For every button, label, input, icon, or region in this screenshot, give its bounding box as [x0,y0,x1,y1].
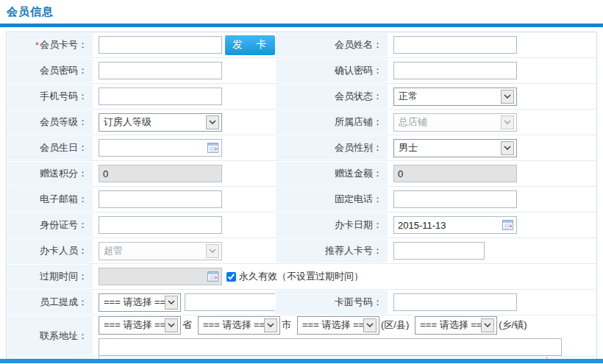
district-select[interactable]: === 请选择 === [297,316,379,335]
address-label: 联系地址： [7,315,93,356]
permanent-valid-checkbox[interactable] [226,272,236,282]
title-underline-bar [0,24,603,27]
chevron-down-icon [501,115,514,129]
email-input[interactable] [99,190,222,208]
issue-date-label: 办卡日期： [275,213,388,238]
chevron-down-icon [363,318,377,332]
row-email-phone: 电子邮箱： 固定电话： [7,187,596,213]
member-status-value: 正常 [399,90,418,103]
district-suffix: (区/县) [381,318,409,332]
card-no-input[interactable] [99,36,222,54]
city-suffix: 市 [282,318,291,332]
member-level-value: 订房人等级 [104,115,151,129]
chevron-down-icon [264,318,277,332]
row-mobile-status: 手机号码： 会员状态： 正常 [7,84,596,110]
email-label: 电子邮箱： [7,187,93,212]
member-level-select[interactable]: 订房人等级 [99,113,222,132]
confirm-password-label: 确认密码： [275,58,388,83]
calendar-icon [207,271,218,282]
phone-input[interactable] [393,190,517,208]
page-title: 会员信息 [0,0,603,24]
chevron-down-icon [501,141,514,155]
commission-select[interactable]: === 请选择 === [99,293,181,312]
row-commission-cardface: 员工提成： === 请选择 === 卡面号码： [7,290,596,315]
province-select[interactable]: === 请选择 === [99,316,181,335]
issue-date-input[interactable] [393,216,517,234]
chevron-down-icon [501,90,514,104]
town-select[interactable]: === 请选择 === [415,316,497,335]
referrer-card-no-input[interactable] [393,242,485,260]
operator-value: 超管 [104,244,123,257]
row-operator-referrer: 办卡人员： 超管 推荐人卡号： [7,238,596,264]
commission-label: 员工提成： [7,290,93,315]
city-value: === 请选择 === [203,318,264,332]
gender-select[interactable]: 男士 [393,139,517,157]
gender-label: 会员性别： [275,135,388,160]
birthday-input[interactable] [99,139,222,157]
commission-select-value: === 请选择 === [104,296,165,309]
row-id-issuedate: 身份证号： 办卡日期： [7,213,596,238]
gender-value: 男士 [399,141,418,154]
member-status-select[interactable]: 正常 [393,88,517,106]
card-no-label-text: 会员卡号： [40,38,88,51]
gift-amount-input-disabled [393,165,517,182]
district-value: === 请选择 === [302,318,363,332]
expire-time-label: 过期时间： [7,264,93,289]
address-detail-input[interactable] [99,338,562,356]
member-info-page: 会员信息 * 会员卡号： 发 卡 会员姓名： 会员密码： [0,0,603,364]
commission-input[interactable] [185,293,279,311]
chevron-down-icon [206,244,219,258]
city-select[interactable]: === 请选择 === [198,316,280,335]
chevron-down-icon [206,115,219,129]
password-input[interactable] [99,62,222,79]
mobile-label: 手机号码： [7,84,93,109]
member-info-form: * 会员卡号： 发 卡 会员姓名： 会员密码： 确认密码： [6,32,597,363]
operator-select-disabled: 超管 [99,242,222,260]
mobile-input[interactable] [99,88,222,105]
member-level-label: 会员等级： [7,110,93,135]
card-face-no-input[interactable] [393,293,517,311]
expire-time-input-disabled [99,268,222,285]
gift-points-label: 赠送积分： [7,161,93,186]
row-passwords: 会员密码： 确认密码： [7,58,596,84]
store-select-disabled: 总店铺 [393,113,517,132]
confirm-password-input[interactable] [393,62,517,79]
id-number-input[interactable] [99,216,222,234]
province-value: === 请选择 === [104,318,165,332]
member-name-input[interactable] [393,36,517,54]
permanent-valid-label: 永久有效（不设置过期时间） [239,270,363,283]
phone-label: 固定电话： [275,187,388,212]
store-label: 所属店铺： [275,110,388,135]
row-expire-time: 过期时间： 永久有效（不设置过期时间） [7,264,596,290]
chevron-down-icon [481,318,494,332]
chevron-down-icon [165,296,178,310]
gift-points-input-disabled [99,165,222,182]
town-suffix: (乡/镇) [499,318,527,332]
bottom-blue-bar [0,359,603,363]
card-face-no-label: 卡面号码： [275,290,388,315]
row-card-no-name: * 会员卡号： 发 卡 会员姓名： [7,32,596,58]
issue-card-button[interactable]: 发 卡 [225,35,275,55]
referrer-card-no-label: 推荐人卡号： [275,238,388,263]
store-value: 总店铺 [399,115,427,129]
password-label: 会员密码： [7,58,93,83]
row-gift-points-amount: 赠送积分： 赠送金额： [7,161,596,187]
card-no-label: * 会员卡号： [7,32,93,57]
operator-label: 办卡人员： [7,238,93,263]
id-number-label: 身份证号： [7,213,93,238]
required-marker: * [35,40,39,51]
member-status-label: 会员状态： [275,84,388,109]
province-suffix: 省 [182,318,192,332]
town-value: === 请选择 === [420,318,481,332]
calendar-icon[interactable] [502,220,513,230]
chevron-down-icon [165,318,178,332]
row-birthday-gender: 会员生日： 会员性别： 男士 [7,135,596,161]
gift-amount-label: 赠送金额： [275,161,388,186]
row-address: 联系地址： === 请选择 === 省 === 请选择 === [7,315,596,357]
calendar-icon[interactable] [207,143,218,153]
birthday-label: 会员生日： [7,135,93,160]
permanent-valid-option[interactable]: 永久有效（不设置过期时间） [226,270,363,283]
row-level-store: 会员等级： 订房人等级 所属店铺： 总店铺 [7,110,596,135]
member-name-label: 会员姓名： [275,32,388,57]
